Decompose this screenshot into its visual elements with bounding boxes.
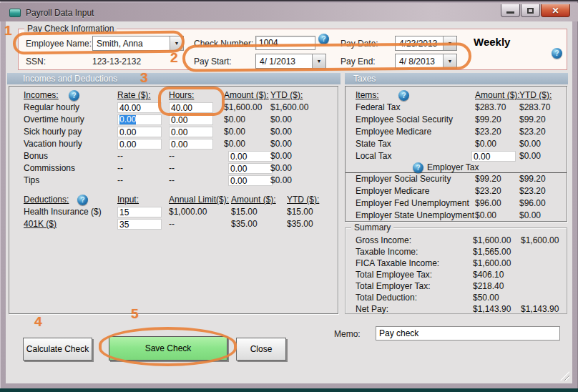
dropdown-arrow-icon[interactable]: ▼ [170,36,183,50]
ytd-value: $15.00 [287,206,313,218]
close-button[interactable]: ✕ [541,4,570,17]
tax-ytd: $99.20 [519,114,546,126]
incomes-section-header: Incomes and Deductions [7,73,341,84]
calculate-check-button[interactable]: Calculate Check [23,338,92,361]
tax-amount: $99.20 [475,114,501,126]
hours-header: Hours: [169,89,194,102]
tax-row: Employer Fed Unemployment $96.00 $96.00 [346,197,567,210]
deduction-401k-link[interactable]: 401K ($) [24,218,57,230]
deductions-items-header: Deductions: [24,194,69,206]
pay-date-select[interactable]: 4/23/2013 ▼ [395,36,457,51]
deduction-label: Health Insurance ($) [24,206,102,218]
income-label: Vacation hourly [24,138,82,150]
amount-input[interactable] [228,175,273,186]
amount-input[interactable] [228,163,273,174]
help-icon[interactable]: ? [77,195,88,205]
tax-label: Employee Social Security [356,114,453,126]
deductions-header-row: Deductions: ? Input: Annual Limit($): Am… [9,194,338,206]
check-number-input[interactable] [255,36,315,50]
tax-items-header: Items: [356,89,379,102]
rate-na: -- [117,150,123,162]
annual-limit-value: $1,000.00 [169,206,207,218]
rate-input[interactable] [117,127,162,137]
deduction-input[interactable] [117,219,162,230]
paycheck-info-groupbox: Pay Check Information Employee Name: Smi… [18,29,567,70]
summary-label: FICA Taxable Income: [356,258,439,269]
amount-header: Amount ($): [475,89,520,102]
dropdown-arrow-glyph: ▼ [175,41,180,46]
amount-value: $0.00 [224,126,245,138]
tax-row: Employee Medicare $23.20 $23.20 [346,126,567,138]
hours-input[interactable] [169,102,213,113]
tax-amount: $96.00 [475,197,501,210]
summary-row: Gross Income: $1,600.00 $1,600.00 [346,235,567,246]
help-icon[interactable]: ? [413,162,423,173]
tax-row: Federal Tax $283.70 $283.70 [346,102,567,114]
screenshot-stage: Payroll Data Input ✕ Pay Check Informati… [0,0,578,392]
help-icon[interactable]: ? [318,34,329,44]
hours-input[interactable] [169,127,213,137]
summary-label: Gross Income: [356,235,411,246]
help-icon[interactable]: ? [398,90,409,101]
maximize-button[interactable] [521,4,540,17]
tax-amount: $23.20 [475,126,501,138]
dropdown-arrow-icon[interactable]: ▼ [443,54,456,68]
dropdown-arrow-icon[interactable]: ▼ [443,36,456,50]
employee-name-label: Employee Name: [26,39,92,49]
hours-input[interactable] [169,114,213,125]
close-icon: ✕ [552,6,559,16]
help-icon[interactable]: ? [552,48,562,59]
tax-ytd: $0.00 [519,138,541,150]
income-label: Bonus [24,150,48,162]
hours-input[interactable] [169,139,213,150]
pay-end-select[interactable]: 4/ 8/2013 ▼ [395,54,457,69]
dropdown-arrow-icon[interactable]: ▼ [312,54,325,68]
summary-groupbox: Summary Gross Income: $1,600.00 $1,600.0… [345,227,567,314]
tax-ytd: $96.00 [519,197,546,210]
tax-ytd: $0.00 [519,150,541,162]
client-area: Pay Check Information Employee Name: Smi… [6,21,572,383]
paycheck-info-legend: Pay Check Information [24,24,117,34]
title-bar[interactable]: Payroll Data Input ✕ [0,3,578,21]
close-dialog-button[interactable]: Close [236,338,286,361]
incomes-header-row: Incomes: ? Rate ($): Hours: Amount ($): … [9,89,338,102]
ytd-header: YTD ($): [287,194,319,206]
window-title: Payroll Data Input [26,8,94,18]
income-row: Commissions -- -- $0.00 [9,162,338,175]
pay-date-label: Pay Date: [341,39,378,49]
amount-input[interactable] [228,151,273,162]
input-header: Input: [117,194,139,206]
annotation-number-2: 2 [170,50,178,66]
rate-input[interactable] [117,139,162,150]
deduction-input[interactable] [117,207,162,217]
annual-limit-value: -- [169,218,175,230]
save-check-button[interactable]: Save Check [109,336,227,361]
tax-ytd: $99.20 [519,173,546,185]
resize-grip[interactable] [560,371,569,381]
help-icon[interactable]: ? [69,90,79,101]
memo-input[interactable] [376,326,560,340]
minimize-button[interactable] [501,4,520,17]
summary-row: Total Employee Tax: $406.10 [346,269,567,280]
rate-input[interactable] [117,102,162,113]
annual-limit-header: Annual Limit($): [169,194,229,206]
summary-row: Total Deduction: $50.00 [346,292,567,303]
employee-name-select[interactable]: Smith, Anna ▼ [92,36,184,51]
hours-na: -- [169,150,175,162]
summary-label: Net Pay: [356,303,388,315]
local-tax-input[interactable] [471,151,516,162]
pay-start-select[interactable]: 4/ 1/2013 ▼ [255,54,326,69]
incomes-items-header: Incomes: [24,89,59,102]
tax-label: Employer Medicare [356,185,429,197]
pay-frequency-label: Weekly [474,36,510,48]
tax-label: Local Tax [356,150,391,162]
amount-header: Amount ($): [224,89,269,102]
deduction-row: Health Insurance ($) $1,000.00 $15.00 $1… [9,206,338,218]
ytd-value: $1,600.00 [270,102,308,114]
rate-input[interactable]: 0.00 [117,114,162,125]
employer-tax-header: ? Employer Tax [346,162,567,173]
amount-value: $0.00 [224,114,245,126]
hours-na: -- [169,162,175,175]
pay-start-value: 4/ 1/2013 [256,57,312,67]
rate-header: Rate ($): [117,89,151,102]
